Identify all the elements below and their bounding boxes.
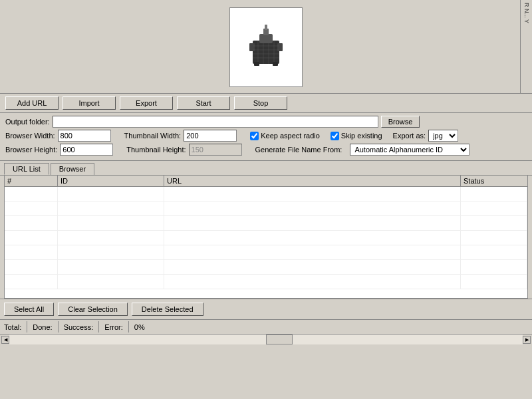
thumbnail-height-label: Thumbnail Height:	[126, 146, 186, 154]
right-panel: R N... Y	[520, 0, 532, 93]
table-row[interactable]	[5, 260, 527, 275]
tabs-bar: URL List Browser	[0, 161, 532, 176]
select-all-button[interactable]: Select All	[4, 303, 54, 316]
clear-selection-button[interactable]: Clear Selection	[58, 303, 128, 316]
settings-row-2: Browser Height: Thumbnail Height: Genera…	[5, 144, 527, 156]
top-area: R N... Y	[0, 0, 532, 93]
svg-rect-5	[265, 25, 267, 30]
browser-height-label: Browser Height:	[5, 146, 57, 154]
col-url: URL	[164, 176, 461, 186]
total-label: Total:	[4, 323, 21, 331]
settings-row-1: Browser Width: Thumbnail Width: Keep asp…	[5, 130, 527, 142]
export-button[interactable]: Export	[120, 96, 173, 110]
generate-name-label: Generate File Name From:	[255, 146, 342, 154]
error-status: Error:	[99, 321, 129, 332]
stop-button[interactable]: Stop	[234, 96, 287, 110]
done-status: Done:	[27, 321, 58, 332]
status-bar: Total: Done: Success: Error: 0%	[0, 319, 532, 334]
export-as-select[interactable]: jpg png bmp gif	[428, 130, 458, 142]
progress-value: 0%	[134, 323, 145, 331]
svg-rect-15	[273, 62, 278, 66]
thumbnail-width-input[interactable]	[184, 130, 237, 142]
keep-aspect-group: Keep aspect radio	[250, 132, 320, 140]
table-row[interactable]	[5, 245, 527, 260]
table-row[interactable]	[5, 216, 527, 231]
product-image	[239, 21, 293, 74]
generate-name-select[interactable]: Automatic Alphanumeric ID Original File …	[350, 144, 469, 156]
col-id: ID	[58, 176, 164, 186]
svg-rect-0	[253, 41, 279, 64]
delete-selected-button[interactable]: Delete Selected	[132, 303, 203, 316]
browse-button[interactable]: Browse	[381, 116, 420, 128]
col-hash: #	[5, 176, 58, 186]
right-panel-y[interactable]: Y	[523, 19, 530, 23]
export-as-select-group: jpg png bmp gif	[428, 130, 458, 142]
table-header: # ID URL Status	[5, 176, 527, 187]
table-container[interactable]: # ID URL Status	[4, 176, 528, 299]
thumbnail-height-input[interactable]	[189, 144, 242, 156]
scroll-right-btn[interactable]: ▶	[523, 336, 531, 344]
scrollbar-area: ◀ ▶	[0, 334, 532, 344]
scroll-thumb[interactable]	[266, 334, 293, 344]
toolbar: Add URL Import Export Start Stop	[0, 93, 532, 113]
skip-existing-checkbox[interactable]	[331, 132, 339, 140]
table-row[interactable]	[5, 187, 527, 201]
error-label: Error:	[104, 323, 123, 331]
svg-rect-14	[254, 62, 259, 66]
table-row[interactable]	[5, 275, 527, 289]
form-area: Output folder: Browse Browser Width: Thu…	[0, 113, 532, 161]
output-folder-row: Output folder: Browse	[5, 116, 527, 128]
import-button[interactable]: Import	[63, 96, 116, 110]
bottom-buttons: Select All Clear Selection Delete Select…	[0, 299, 532, 319]
skip-existing-group: Skip existing	[331, 132, 382, 140]
table-row[interactable]	[5, 201, 527, 216]
browser-height-input[interactable]	[60, 144, 113, 156]
export-as-label: Export as:	[393, 132, 426, 140]
product-image-box	[229, 7, 303, 87]
output-folder-input[interactable]	[53, 116, 378, 128]
progress-status: 0%	[129, 323, 528, 331]
tab-url-list[interactable]: URL List	[4, 163, 49, 175]
keep-aspect-checkbox[interactable]	[250, 132, 259, 140]
browser-width-label: Browser Width:	[5, 132, 55, 140]
table-row[interactable]	[5, 231, 527, 245]
generate-name-select-group: Automatic Alphanumeric ID Original File …	[350, 144, 469, 156]
total-status: Total:	[4, 321, 27, 332]
scroll-left-btn[interactable]: ◀	[1, 336, 9, 344]
right-panel-r[interactable]: R	[523, 3, 530, 7]
success-status: Success:	[59, 321, 100, 332]
scroll-track[interactable]	[9, 334, 523, 344]
right-panel-n[interactable]: N...	[523, 9, 530, 18]
success-label: Success:	[64, 323, 94, 331]
output-folder-label: Output folder:	[5, 118, 50, 126]
browser-width-input[interactable]	[58, 130, 111, 142]
table-body	[5, 187, 527, 293]
skip-existing-label: Skip existing	[341, 132, 382, 140]
add-url-button[interactable]: Add URL	[5, 96, 59, 110]
done-label: Done:	[33, 323, 52, 331]
col-status: Status	[461, 176, 527, 186]
thumbnail-width-label: Thumbnail Width:	[124, 132, 182, 140]
keep-aspect-label: Keep aspect radio	[261, 132, 320, 140]
start-button[interactable]: Start	[177, 96, 230, 110]
tab-browser[interactable]: Browser	[51, 163, 94, 175]
svg-rect-3	[259, 34, 273, 43]
